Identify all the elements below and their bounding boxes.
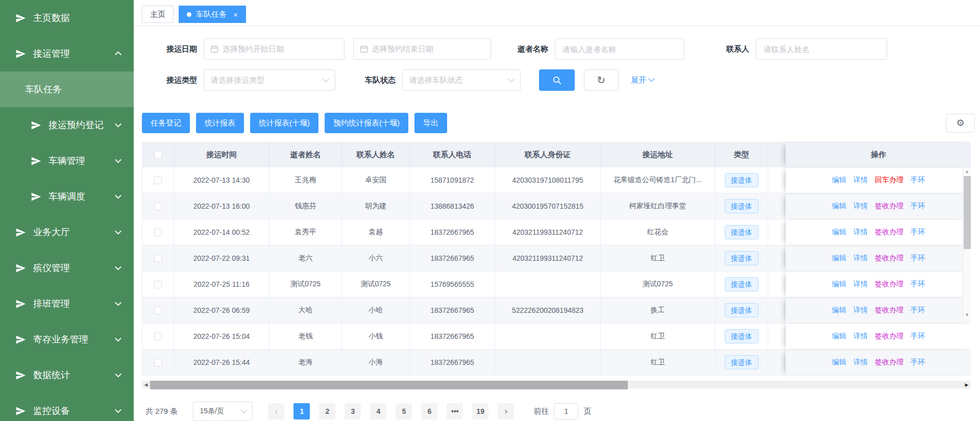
wristband-link[interactable]: 手环 [911, 280, 925, 289]
contact-name-input[interactable] [756, 38, 887, 60]
details-link[interactable]: 详情 [853, 254, 868, 263]
sidebar-item[interactable]: 车队任务 [0, 71, 134, 107]
edit-link[interactable]: 编辑 [832, 332, 846, 341]
sign-receipt-link[interactable]: 签收办理 [875, 358, 903, 367]
sign-receipt-link[interactable]: 签收办理 [875, 280, 903, 289]
sidebar-item[interactable]: 数据统计 [0, 357, 134, 393]
tab-home[interactable]: 主页 [142, 6, 174, 23]
paper-plane-icon [15, 406, 26, 416]
cell-address: 红卫 [601, 324, 715, 350]
wristband-link[interactable]: 手环 [911, 332, 925, 341]
vertical-scrollbar[interactable]: ▲ ▼ [963, 167, 971, 319]
tab-fleet-tasks[interactable]: 车队任务 × [179, 6, 246, 23]
toolbar-button[interactable]: 预约统计报表(十堰) [325, 113, 408, 133]
edit-link[interactable]: 编辑 [832, 228, 846, 237]
sidebar-item[interactable]: 接运管理 [0, 36, 134, 71]
deceased-name-input[interactable] [555, 38, 684, 60]
tab-bar: 主页 车队任务 × [134, 0, 980, 26]
column-settings-button[interactable]: ⚙ [946, 114, 975, 133]
row-checkbox[interactable] [154, 229, 162, 236]
sidebar-item[interactable]: 殡仪管理 [0, 250, 134, 286]
sidebar-item[interactable]: 车辆管理 [0, 143, 134, 179]
fleet-status-select[interactable]: 请选择车队状态 [402, 69, 521, 91]
sign-receipt-link[interactable]: 签收办理 [875, 332, 903, 341]
page-button[interactable]: 19 [472, 403, 488, 419]
sidebar-item[interactable]: 主页数据 [0, 0, 134, 36]
page-button[interactable]: 1 [293, 403, 310, 419]
sidebar-item[interactable]: 寄存业务管理 [0, 321, 134, 357]
page-size-select[interactable]: 15条/页 [193, 402, 253, 421]
toolbar-button[interactable]: 统计报表(十堰) [250, 113, 318, 133]
toolbar-button[interactable]: 导出 [414, 113, 447, 133]
pickup-type-select[interactable]: 请选择接运类型 [204, 69, 335, 91]
sidebar-item[interactable]: 车辆调度 [0, 179, 134, 214]
select-all-checkbox[interactable] [154, 151, 162, 159]
refresh-button[interactable]: ↻ [584, 69, 619, 91]
edit-link[interactable]: 编辑 [832, 176, 846, 185]
details-link[interactable]: 详情 [853, 306, 868, 315]
sidebar-item[interactable]: 监控设备 [0, 393, 134, 421]
toolbar-button[interactable]: 任务登记 [142, 113, 190, 133]
scroll-right-arrow-icon[interactable]: ▶ [963, 381, 971, 388]
row-checkbox[interactable] [154, 281, 162, 288]
end-date-input[interactable]: 选择预约结束日期 [353, 38, 491, 60]
row-checkbox[interactable] [154, 359, 162, 366]
wristband-link[interactable]: 手环 [911, 176, 925, 185]
chevron-down-icon [115, 157, 121, 163]
cell-type: 接遗体 [715, 193, 768, 219]
details-link[interactable]: 详情 [853, 176, 868, 185]
sidebar-item[interactable]: 排班管理 [0, 286, 134, 321]
edit-link[interactable]: 编辑 [832, 306, 846, 315]
row-checkbox[interactable] [154, 203, 162, 210]
details-link[interactable]: 详情 [853, 332, 868, 341]
details-link[interactable]: 详情 [853, 202, 868, 211]
next-page-button[interactable]: › [498, 403, 514, 419]
wristband-link[interactable]: 手环 [911, 306, 925, 315]
edit-link[interactable]: 编辑 [832, 254, 846, 263]
wristband-link[interactable]: 手环 [911, 228, 925, 237]
start-date-input[interactable]: 选择预约开始日期 [204, 38, 345, 60]
scroll-down-arrow-icon[interactable]: ▼ [963, 311, 971, 318]
wristband-link[interactable]: 手环 [911, 358, 925, 367]
page-button[interactable]: 5 [396, 403, 412, 419]
cell-type: 接遗体 [715, 271, 768, 298]
wristband-link[interactable]: 手环 [911, 254, 925, 263]
prev-page-button[interactable]: ‹ [268, 403, 284, 419]
vertical-scrollbar-thumb[interactable] [964, 176, 971, 249]
row-checkbox[interactable] [154, 333, 162, 340]
expand-filters-link[interactable]: 展开 [631, 76, 653, 85]
page-button[interactable]: 3 [345, 403, 361, 419]
return-car-link[interactable]: 回车办理 [875, 176, 903, 185]
edit-link[interactable]: 编辑 [832, 280, 846, 289]
row-select-cell [142, 245, 174, 271]
horizontal-scrollbar[interactable]: ◀ ▶ [142, 381, 971, 388]
horizontal-scrollbar-thumb[interactable] [150, 381, 628, 389]
toolbar-button[interactable]: 统计报表 [196, 113, 244, 133]
details-link[interactable]: 详情 [853, 358, 868, 367]
details-link[interactable]: 详情 [853, 228, 868, 237]
close-tab-icon[interactable]: × [233, 11, 238, 18]
details-link[interactable]: 详情 [853, 280, 868, 289]
sidebar-item[interactable]: 业务大厅 [0, 214, 134, 250]
page-button[interactable]: 4 [370, 403, 386, 419]
sign-receipt-link[interactable]: 签收办理 [875, 254, 903, 263]
scroll-up-arrow-icon[interactable]: ▲ [963, 168, 971, 175]
sidebar-item[interactable]: 接运预约登记 [0, 107, 134, 143]
edit-link[interactable]: 编辑 [832, 358, 846, 367]
edit-link[interactable]: 编辑 [832, 202, 846, 211]
pager-ellipsis[interactable]: ••• [447, 403, 463, 419]
wristband-link[interactable]: 手环 [911, 202, 925, 211]
row-checkbox[interactable] [154, 177, 162, 184]
sign-receipt-link[interactable]: 签收办理 [875, 228, 903, 237]
cell-id_card: 420321199311240712 [495, 219, 601, 245]
search-button[interactable] [539, 69, 575, 91]
type-badge: 接遗体 [725, 251, 758, 265]
sign-receipt-link[interactable]: 签收办理 [875, 202, 903, 211]
scroll-left-arrow-icon[interactable]: ◀ [142, 381, 150, 388]
row-checkbox[interactable] [154, 307, 162, 314]
page-button[interactable]: 2 [319, 403, 335, 419]
goto-page-input[interactable] [554, 403, 578, 419]
sign-receipt-link[interactable]: 签收办理 [875, 306, 903, 315]
page-button[interactable]: 6 [421, 403, 437, 419]
row-checkbox[interactable] [154, 255, 162, 262]
